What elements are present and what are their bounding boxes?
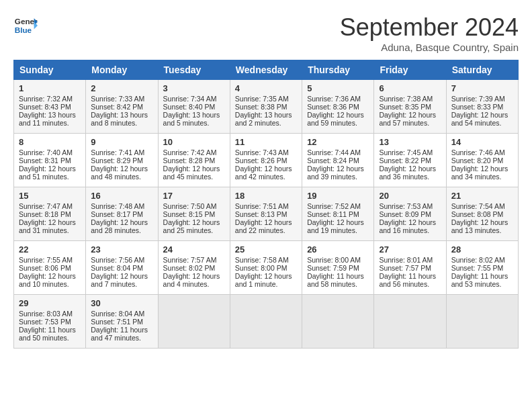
day-number: 11 bbox=[235, 137, 297, 147]
sunset-text: Sunset: 8:29 PM bbox=[91, 156, 143, 165]
logo: General Blue bbox=[13, 13, 38, 38]
day-number: 30 bbox=[91, 298, 152, 308]
daylight-text: Daylight: 12 hours and 22 minutes. bbox=[235, 218, 292, 234]
calendar-cell: 8Sunrise: 7:40 AMSunset: 8:31 PMDaylight… bbox=[14, 134, 86, 187]
calendar-cell: 1Sunrise: 7:32 AMSunset: 8:43 PMDaylight… bbox=[14, 80, 86, 134]
sunset-text: Sunset: 8:20 PM bbox=[451, 156, 504, 165]
calendar-cell: 20Sunrise: 7:53 AMSunset: 8:09 PMDayligh… bbox=[374, 187, 446, 241]
sunrise-text: Sunrise: 8:00 AM bbox=[307, 256, 361, 264]
daylight-text: Daylight: 12 hours and 13 minutes. bbox=[451, 218, 508, 234]
sunset-text: Sunset: 7:59 PM bbox=[307, 264, 359, 272]
calendar-cell bbox=[374, 295, 446, 349]
sunrise-text: Sunrise: 7:52 AM bbox=[307, 202, 361, 210]
daylight-text: Daylight: 12 hours and 59 minutes. bbox=[307, 111, 364, 127]
daylight-text: Daylight: 12 hours and 57 minutes. bbox=[379, 111, 436, 127]
sunrise-text: Sunrise: 7:53 AM bbox=[379, 202, 433, 210]
daylight-text: Daylight: 12 hours and 34 minutes. bbox=[451, 165, 508, 181]
sunset-text: Sunset: 7:51 PM bbox=[91, 318, 143, 326]
day-number: 7 bbox=[451, 83, 513, 93]
sunrise-text: Sunrise: 8:03 AM bbox=[19, 310, 73, 318]
sunset-text: Sunset: 8:13 PM bbox=[235, 210, 287, 218]
day-number: 3 bbox=[163, 83, 225, 93]
daylight-text: Daylight: 12 hours and 31 minutes. bbox=[19, 218, 76, 234]
sunrise-text: Sunrise: 7:33 AM bbox=[91, 95, 144, 103]
sunrise-text: Sunrise: 8:04 AM bbox=[91, 310, 144, 318]
sunset-text: Sunset: 7:55 PM bbox=[451, 264, 504, 272]
calendar-cell: 11Sunrise: 7:43 AMSunset: 8:26 PMDayligh… bbox=[230, 134, 302, 187]
sunrise-text: Sunrise: 7:42 AM bbox=[163, 148, 217, 156]
sunrise-text: Sunrise: 7:56 AM bbox=[91, 256, 144, 264]
page-header: General Blue September 2024 Aduna, Basqu… bbox=[13, 13, 519, 53]
daylight-text: Daylight: 11 hours and 58 minutes. bbox=[307, 272, 364, 288]
col-sunday: Sunday bbox=[14, 60, 86, 80]
day-number: 6 bbox=[379, 83, 441, 93]
sunset-text: Sunset: 8:00 PM bbox=[235, 264, 287, 272]
daylight-text: Daylight: 12 hours and 4 minutes. bbox=[163, 272, 220, 288]
daylight-text: Daylight: 12 hours and 10 minutes. bbox=[19, 272, 76, 288]
sunset-text: Sunset: 8:24 PM bbox=[307, 156, 359, 165]
sunset-text: Sunset: 8:33 PM bbox=[451, 103, 504, 111]
day-number: 24 bbox=[163, 244, 225, 255]
calendar-week-4: 22Sunrise: 7:55 AMSunset: 8:06 PMDayligh… bbox=[14, 241, 519, 295]
calendar-cell: 14Sunrise: 7:46 AMSunset: 8:20 PMDayligh… bbox=[446, 134, 518, 187]
daylight-text: Daylight: 12 hours and 19 minutes. bbox=[307, 218, 364, 234]
sunrise-text: Sunrise: 7:39 AM bbox=[451, 95, 505, 103]
calendar-cell: 27Sunrise: 8:01 AMSunset: 7:57 PMDayligh… bbox=[374, 241, 446, 295]
col-saturday: Saturday bbox=[446, 60, 518, 80]
calendar-cell: 25Sunrise: 7:58 AMSunset: 8:00 PMDayligh… bbox=[230, 241, 302, 295]
calendar-cell: 22Sunrise: 7:55 AMSunset: 8:06 PMDayligh… bbox=[14, 241, 86, 295]
day-number: 12 bbox=[307, 137, 369, 147]
day-number: 25 bbox=[235, 244, 297, 255]
day-number: 14 bbox=[451, 137, 513, 147]
sunset-text: Sunset: 8:09 PM bbox=[379, 210, 431, 218]
daylight-text: Daylight: 12 hours and 45 minutes. bbox=[163, 165, 220, 181]
sunrise-text: Sunrise: 7:40 AM bbox=[19, 148, 73, 156]
daylight-text: Daylight: 11 hours and 56 minutes. bbox=[379, 272, 436, 288]
sunset-text: Sunset: 8:11 PM bbox=[307, 210, 359, 218]
sunrise-text: Sunrise: 7:41 AM bbox=[91, 148, 144, 156]
calendar-cell: 26Sunrise: 8:00 AMSunset: 7:59 PMDayligh… bbox=[302, 241, 374, 295]
calendar-cell: 24Sunrise: 7:57 AMSunset: 8:02 PMDayligh… bbox=[158, 241, 230, 295]
calendar-cell: 9Sunrise: 7:41 AMSunset: 8:29 PMDaylight… bbox=[86, 134, 158, 187]
sunrise-text: Sunrise: 7:44 AM bbox=[307, 148, 361, 156]
calendar-cell bbox=[230, 295, 302, 349]
sunset-text: Sunset: 8:28 PM bbox=[163, 156, 216, 165]
day-number: 17 bbox=[163, 191, 225, 201]
month-title: September 2024 bbox=[340, 13, 519, 42]
daylight-text: Daylight: 13 hours and 5 minutes. bbox=[163, 111, 220, 127]
daylight-text: Daylight: 12 hours and 54 minutes. bbox=[451, 111, 508, 127]
daylight-text: Daylight: 11 hours and 53 minutes. bbox=[451, 272, 508, 288]
calendar-cell: 5Sunrise: 7:36 AMSunset: 8:36 PMDaylight… bbox=[302, 80, 374, 134]
day-number: 27 bbox=[379, 244, 441, 255]
calendar-table: Sunday Monday Tuesday Wednesday Thursday… bbox=[13, 60, 519, 349]
col-monday: Monday bbox=[86, 60, 158, 80]
calendar-cell: 30Sunrise: 8:04 AMSunset: 7:51 PMDayligh… bbox=[86, 295, 158, 349]
calendar-cell: 19Sunrise: 7:52 AMSunset: 8:11 PMDayligh… bbox=[302, 187, 374, 241]
calendar-cell: 28Sunrise: 8:02 AMSunset: 7:55 PMDayligh… bbox=[446, 241, 518, 295]
daylight-text: Daylight: 13 hours and 11 minutes. bbox=[19, 111, 76, 127]
day-number: 20 bbox=[379, 191, 441, 201]
daylight-text: Daylight: 11 hours and 47 minutes. bbox=[91, 326, 148, 342]
calendar-cell: 12Sunrise: 7:44 AMSunset: 8:24 PMDayligh… bbox=[302, 134, 374, 187]
daylight-text: Daylight: 12 hours and 48 minutes. bbox=[91, 165, 148, 181]
col-wednesday: Wednesday bbox=[230, 60, 302, 80]
calendar-week-3: 15Sunrise: 7:47 AMSunset: 8:18 PMDayligh… bbox=[14, 187, 519, 241]
calendar-cell: 7Sunrise: 7:39 AMSunset: 8:33 PMDaylight… bbox=[446, 80, 518, 134]
header-row: Sunday Monday Tuesday Wednesday Thursday… bbox=[14, 60, 519, 80]
day-number: 18 bbox=[235, 191, 297, 201]
calendar-cell bbox=[446, 295, 518, 349]
title-area: September 2024 Aduna, Basque Country, Sp… bbox=[340, 13, 519, 53]
svg-text:Blue: Blue bbox=[15, 26, 32, 34]
day-number: 28 bbox=[451, 244, 513, 255]
calendar-cell: 3Sunrise: 7:34 AMSunset: 8:40 PMDaylight… bbox=[158, 80, 230, 134]
daylight-text: Daylight: 13 hours and 8 minutes. bbox=[91, 111, 148, 127]
sunrise-text: Sunrise: 7:35 AM bbox=[235, 95, 289, 103]
calendar-week-1: 1Sunrise: 7:32 AMSunset: 8:43 PMDaylight… bbox=[14, 80, 519, 134]
sunset-text: Sunset: 8:17 PM bbox=[91, 210, 143, 218]
sunrise-text: Sunrise: 7:32 AM bbox=[19, 95, 73, 103]
calendar-cell: 10Sunrise: 7:42 AMSunset: 8:28 PMDayligh… bbox=[158, 134, 230, 187]
day-number: 26 bbox=[307, 244, 369, 255]
daylight-text: Daylight: 12 hours and 1 minute. bbox=[235, 272, 292, 288]
sunset-text: Sunset: 8:08 PM bbox=[451, 210, 504, 218]
sunrise-text: Sunrise: 7:45 AM bbox=[379, 148, 433, 156]
